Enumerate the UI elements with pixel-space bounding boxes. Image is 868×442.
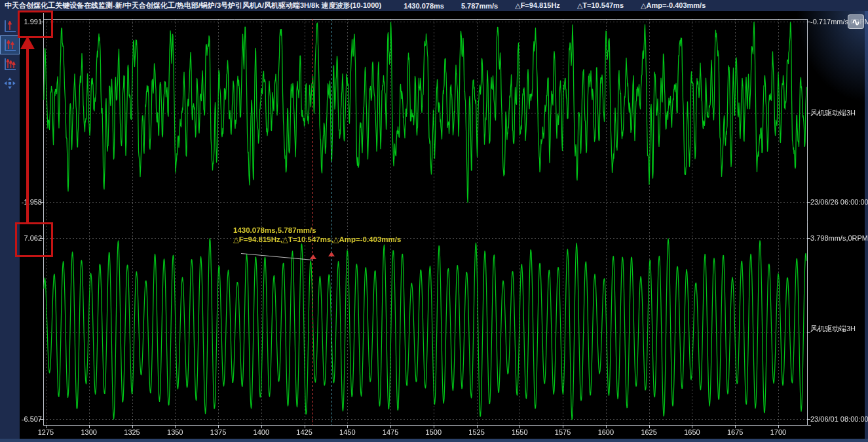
- top-chart-channel-label: 风机驱动端3H: [810, 109, 856, 117]
- annotation-highlight-box-top: [18, 10, 53, 38]
- bottom-chart-timestamp-label: 23/06/01 08:00:00: [810, 415, 868, 423]
- red-cursor-marker: [310, 254, 316, 259]
- x-axis-tick-label: 1650: [678, 428, 706, 436]
- x-axis-tick-label: 1525: [463, 428, 491, 436]
- x-axis-tick-label: 1600: [592, 428, 620, 436]
- bottom-chart-channel-label: 风机驱动端3H: [810, 325, 856, 332]
- y-axis-label-bottom-min: -6.507: [12, 415, 42, 423]
- x-axis-tick-label: 1550: [506, 428, 533, 436]
- blue-cursor-marker: [328, 252, 335, 256]
- waveform-view-button[interactable]: ∿: [848, 14, 864, 29]
- x-axis-tick-label: 1425: [291, 428, 318, 436]
- x-axis-tick-label: 1675: [721, 428, 749, 436]
- x-axis-tick-label: 1475: [377, 428, 404, 436]
- cursor-tooltip-line2: △F=94.815Hz,△T=10.547ms,△Amp=-0.403mm/s: [233, 235, 401, 245]
- blue-cursor[interactable]: [331, 19, 331, 425]
- x-axis-tick-label: 1625: [635, 428, 663, 436]
- annotation-arrow-head: [20, 36, 35, 49]
- top-chart-timestamp-label: 23/06/26 06:00:00: [810, 198, 868, 206]
- annotation-highlight-box-bottom: [15, 222, 53, 257]
- sine-wave-icon: ∿: [852, 17, 860, 27]
- x-axis-tick-label: 1700: [764, 428, 792, 436]
- bottom-chart-value-label: 3.798mm/s,0RPM: [810, 234, 868, 242]
- x-axis-tick-label: 1400: [248, 428, 275, 436]
- cursor-tooltip-line1: 1430.078ms,5.787mm/s: [233, 226, 401, 235]
- x-axis-tick-label: 1350: [161, 428, 189, 436]
- x-axis-tick-label: 1575: [549, 428, 576, 436]
- waveform-plot-area[interactable]: [0, 0, 868, 442]
- red-cursor[interactable]: [312, 19, 313, 425]
- cursor-tooltip: 1430.078ms,5.787mm/s △F=94.815Hz,△T=10.5…: [233, 226, 401, 244]
- x-axis-tick-label: 1450: [333, 428, 361, 436]
- x-axis-tick-label: 1325: [119, 428, 146, 436]
- x-axis-tick-label: 1275: [32, 428, 60, 436]
- x-axis-tick-label: 1500: [420, 428, 447, 436]
- window-bottom-edge: [0, 439, 868, 442]
- x-axis-tick-label: 1375: [204, 428, 232, 436]
- app-window: 中天合创煤化工关键设备在线监测-新/中天合创煤化工/热电部/锅炉/3号炉引风机A…: [0, 0, 868, 442]
- x-axis-tick-label: 1300: [75, 428, 103, 436]
- annotation-arrow-shaft: [26, 49, 29, 222]
